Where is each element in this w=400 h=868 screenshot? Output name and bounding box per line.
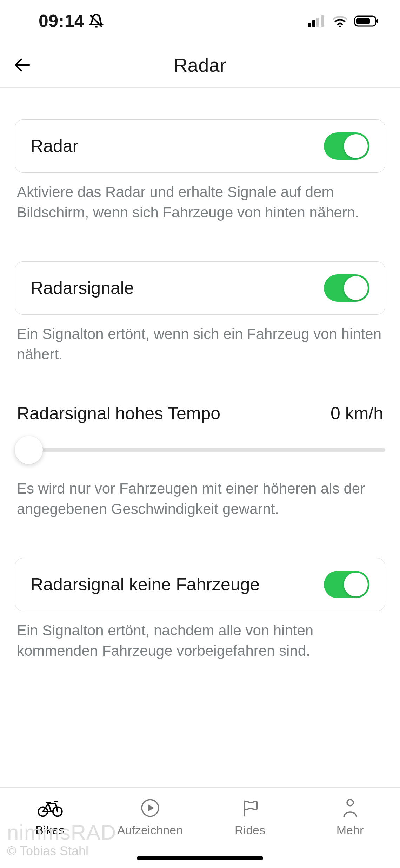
- toggle-knob: [344, 134, 368, 158]
- toggle-knob: [344, 276, 368, 300]
- svg-rect-7: [356, 18, 370, 24]
- tab-bikes[interactable]: Bikes: [0, 797, 100, 837]
- high-speed-slider[interactable]: [15, 431, 385, 469]
- arrow-left-icon: [12, 55, 32, 75]
- nav-header: Radar: [0, 42, 400, 88]
- battery-icon: [354, 15, 379, 27]
- high-speed-desc: Es wird nur vor Fahrzeugen mit einer höh…: [15, 478, 385, 519]
- tab-bikes-label: Bikes: [35, 823, 65, 837]
- tab-rides-label: Rides: [235, 823, 265, 837]
- svg-rect-8: [376, 19, 378, 23]
- wifi-icon: [332, 15, 348, 27]
- no-vehicles-row: Radarsignal keine Fahrzeuge: [15, 558, 385, 611]
- status-bar: 09:14: [0, 0, 400, 42]
- svg-rect-2: [312, 20, 315, 27]
- back-button[interactable]: [10, 53, 34, 77]
- svg-point-14: [347, 800, 353, 806]
- radarsignale-toggle[interactable]: [324, 274, 369, 302]
- flag-icon: [240, 797, 260, 818]
- no-vehicles-desc: Ein Signalton ertönt, nachdem alle von h…: [15, 620, 385, 661]
- home-indicator[interactable]: [137, 856, 263, 860]
- radarsignale-desc: Ein Signalton ertönt, wenn sich ein Fahr…: [15, 324, 385, 365]
- svg-point-5: [339, 25, 341, 27]
- no-vehicles-label: Radarsignal keine Fahrzeuge: [31, 574, 260, 595]
- svg-marker-13: [148, 804, 154, 811]
- no-vehicles-toggle[interactable]: [324, 571, 369, 598]
- slider-track: [18, 448, 385, 452]
- radar-desc: Aktiviere das Radar und erhalte Signale …: [15, 182, 385, 223]
- tab-record-label: Aufzeichnen: [117, 823, 183, 837]
- radar-toggle[interactable]: [324, 132, 369, 160]
- tab-more-label: Mehr: [336, 823, 364, 837]
- svg-rect-4: [321, 15, 324, 27]
- record-icon: [140, 797, 160, 818]
- tab-more[interactable]: Mehr: [300, 797, 400, 837]
- content: Radar Aktiviere das Radar und erhalte Si…: [0, 88, 400, 661]
- bike-icon: [36, 797, 64, 818]
- radar-row: Radar: [15, 119, 385, 173]
- toggle-knob: [344, 573, 368, 596]
- status-left: 09:14: [39, 11, 104, 31]
- status-right: [308, 15, 379, 27]
- page-title: Radar: [0, 54, 400, 76]
- bell-slash-icon: [88, 13, 104, 29]
- radar-label: Radar: [31, 136, 78, 156]
- status-time: 09:14: [39, 11, 84, 31]
- person-icon: [341, 797, 359, 818]
- cellular-signal-icon: [308, 15, 326, 27]
- radarsignale-label: Radarsignale: [31, 278, 134, 298]
- radarsignale-row: Radarsignale: [15, 261, 385, 315]
- high-speed-section: Radarsignal hohes Tempo 0 km/h Es wird n…: [15, 403, 385, 519]
- svg-rect-1: [308, 23, 311, 27]
- tab-record[interactable]: Aufzeichnen: [100, 797, 200, 837]
- slider-thumb[interactable]: [15, 436, 43, 464]
- svg-rect-3: [316, 18, 319, 27]
- high-speed-value: 0 km/h: [331, 403, 383, 424]
- tab-rides[interactable]: Rides: [200, 797, 300, 837]
- high-speed-label: Radarsignal hohes Tempo: [17, 403, 220, 424]
